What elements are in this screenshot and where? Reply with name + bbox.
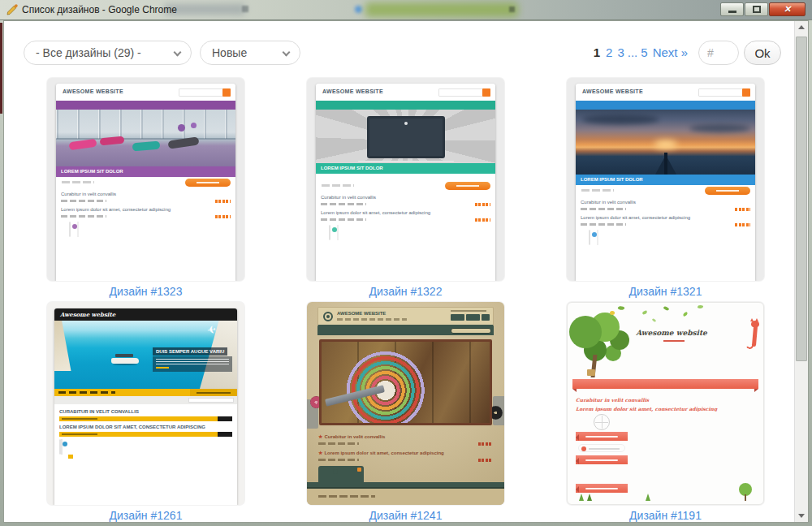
article-meta xyxy=(321,218,490,222)
mini-button xyxy=(466,314,480,321)
meta-line xyxy=(61,215,106,218)
header-buttons xyxy=(451,314,490,321)
rating-stars-icon xyxy=(475,203,490,206)
mini-search-button xyxy=(482,88,490,97)
article-heading: Lorem ipsum dolor sit amet, consectetur … xyxy=(61,207,231,212)
design-link-1191[interactable]: Дизайн #1191 xyxy=(567,509,764,522)
filter-dropdown[interactable]: - Все дизайны (29) - xyxy=(24,41,192,65)
sidebar-column xyxy=(576,414,628,505)
articles-column: Curabitur in velit convallis Lorem ipsum… xyxy=(581,200,750,227)
design-link-1322[interactable]: Дизайн #1322 xyxy=(307,285,504,299)
window-titlebar[interactable]: Список дизайнов - Google Chrome ✕ xyxy=(0,0,812,20)
article-heading: ★Lorem ipsum dolor sit amet, consectetur… xyxy=(318,450,493,455)
footer-bar xyxy=(307,482,504,489)
sidebar-column xyxy=(581,231,631,245)
rating-stars-icon xyxy=(735,208,750,211)
meta-line xyxy=(318,442,359,445)
browser-content: - Все дизайны (29) - Новые 123...5Next »… xyxy=(3,20,809,523)
design-link-1321[interactable]: Дизайн #1321 xyxy=(567,285,764,299)
sun-glow xyxy=(654,140,677,149)
chevron-down-icon xyxy=(283,49,291,57)
design-thumbnail-1321[interactable]: AWESOME WEBSITE xyxy=(567,78,764,281)
boat-shape xyxy=(111,358,139,364)
design-thumbnail-1322[interactable]: AWESOME WEBSITE xyxy=(307,78,504,281)
hero-caption-title: LOREM IPSUM SIT DOLOR xyxy=(61,169,231,174)
design-thumbnail-1323[interactable]: AWESOME WEBSITE xyxy=(47,78,244,281)
tree-foliage xyxy=(569,316,602,348)
scroll-down-button[interactable] xyxy=(795,509,808,522)
cliff-shape xyxy=(54,321,79,371)
scrollbar[interactable] xyxy=(794,21,808,522)
sidebar-column xyxy=(61,222,111,237)
article-heading: ★Curabitur in velit convallis xyxy=(318,433,493,439)
pagination-page-3-link[interactable]: 3 xyxy=(617,45,624,59)
maximize-button[interactable] xyxy=(745,2,768,16)
sidebar-column xyxy=(59,440,106,455)
mini-site-title: Awesome website xyxy=(626,329,717,337)
design-link-1323[interactable]: Дизайн #1323 xyxy=(47,285,244,299)
design-thumbnail-1191[interactable]: Awesome website xyxy=(567,302,764,505)
design-link-1241[interactable]: Дизайн #1241 xyxy=(307,509,504,522)
mini-search-box xyxy=(698,88,750,97)
label-line xyxy=(197,392,231,394)
pagination-current-page: 1 xyxy=(594,45,600,59)
pagination-page-2-link[interactable]: 2 xyxy=(606,45,612,59)
sidebar-login-button xyxy=(329,225,330,240)
sort-dropdown-value: Новые xyxy=(212,46,247,59)
background-tab-close-blur xyxy=(242,6,248,12)
article-meta xyxy=(581,207,750,212)
scroll-up-button[interactable] xyxy=(795,21,808,34)
boat-shadow xyxy=(113,364,137,365)
hero-caption-title: LOREM IPSUM SIT DOLOR xyxy=(321,166,490,170)
close-button[interactable]: ✕ xyxy=(769,2,806,16)
tree-illustration xyxy=(567,309,637,384)
button-row xyxy=(576,185,755,196)
article-heading: Curabitur in velit convallis xyxy=(581,200,750,205)
pagination-ellipsis: ... xyxy=(628,45,638,59)
mini-site: Awesome website xyxy=(54,308,237,505)
scrollbar-thumb[interactable] xyxy=(796,37,807,361)
bird-shape xyxy=(610,311,615,315)
ribbon-label-line xyxy=(585,459,618,461)
background-tab-close-blur xyxy=(509,6,515,12)
design-thumbnail-1261[interactable]: Awesome website xyxy=(47,302,244,505)
article-meta xyxy=(318,442,493,446)
articles-column: CURABITUR IN VELIT CONVALLIS LOREM IPSUM… xyxy=(59,409,232,437)
breadcrumb-bar xyxy=(54,389,237,396)
page-number-input[interactable] xyxy=(698,41,739,65)
article-heading: Curabitur in velit convallis xyxy=(576,397,756,403)
article-heading: CURABITUR IN VELIT CONVALLIS xyxy=(59,409,232,414)
meta-line xyxy=(62,433,97,435)
background-tab-blur xyxy=(365,2,518,17)
meta-line xyxy=(321,203,366,205)
meta-line xyxy=(581,208,626,210)
grass-tuft xyxy=(587,494,592,501)
sidebar-calendar xyxy=(337,225,339,240)
articles-column: Curabitur in velit convallis Lorem ipsum… xyxy=(321,195,490,222)
pagination-next-link[interactable]: Next » xyxy=(653,45,688,59)
tagline-line xyxy=(337,318,407,321)
window-title: Список дизайнов - Google Chrome xyxy=(22,4,177,15)
design-thumbnail-1241[interactable]: AWESOME WEBSITE xyxy=(307,302,504,505)
sort-dropdown[interactable]: Новые xyxy=(200,41,300,65)
design-card-1261: Awesome website xyxy=(47,302,244,522)
article-meta xyxy=(581,222,750,227)
ok-button[interactable]: Ok xyxy=(744,41,781,65)
sidebar-column xyxy=(321,226,371,240)
window-controls: ✕ xyxy=(720,2,806,16)
rating-stars-icon xyxy=(478,459,493,462)
design-link-1261[interactable]: Дизайн #1261 xyxy=(47,509,244,522)
arrow-down-icon xyxy=(798,514,805,518)
mini-nav-ribbon xyxy=(572,379,758,389)
minimize-button[interactable] xyxy=(720,2,744,16)
leaf-shape xyxy=(682,312,688,317)
mini-search-box xyxy=(438,88,490,97)
wheel-spoke xyxy=(595,422,608,423)
mini-site: AWESOME WEBSITE xyxy=(317,307,494,505)
laptop-graphic xyxy=(367,116,445,158)
hero-caption-band: LOREM IPSUM SIT DOLOR xyxy=(316,163,495,174)
pagination-page-5-link[interactable]: 5 xyxy=(641,45,647,59)
mini-content: Curabitur in velit convallis Lorem ipsum… xyxy=(576,196,755,245)
gym-ball xyxy=(191,123,197,128)
pill-label-line xyxy=(589,448,620,450)
